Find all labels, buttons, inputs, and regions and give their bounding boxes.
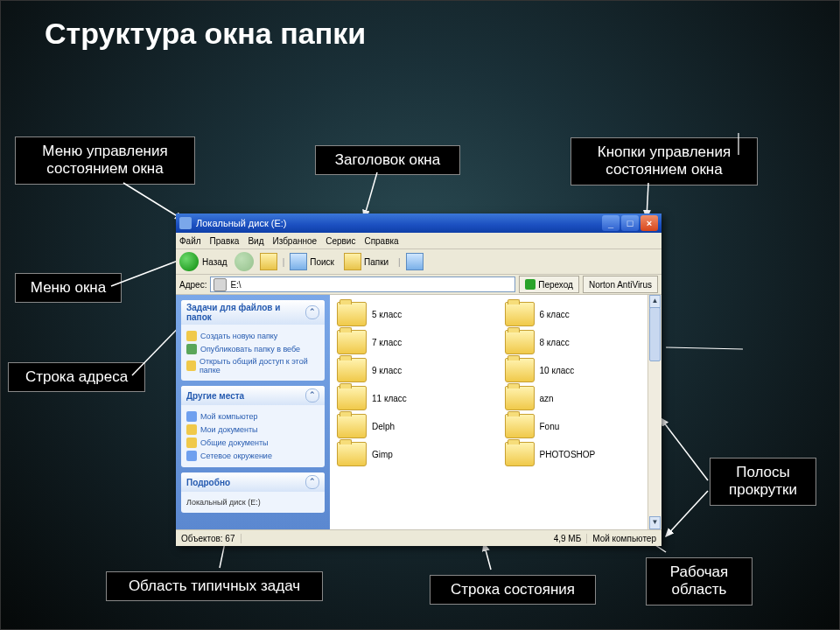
tasks-title: Задачи для файлов и папок	[186, 303, 305, 322]
folders-icon[interactable]	[344, 253, 361, 270]
folder-item[interactable]: 11 класс	[337, 386, 487, 410]
folder-item[interactable]: Fonu	[505, 414, 655, 438]
svg-line-1	[364, 172, 377, 218]
collapse-icon[interactable]: ⌃	[305, 388, 319, 402]
slide: Структура окна папки Меню управления сос…	[0, 0, 840, 630]
collapse-icon[interactable]: ⌃	[305, 305, 319, 319]
folder-icon	[505, 330, 535, 354]
details-text: Локальный диск (E:)	[186, 498, 319, 507]
address-field[interactable]: E:\	[210, 276, 515, 292]
folder-label: 9 класс	[372, 366, 402, 375]
callout-status: Строка состояния	[430, 575, 596, 605]
details-panel: Подробно⌃ Локальный диск (E:)	[181, 472, 325, 513]
folders-label[interactable]: Папки	[364, 257, 388, 267]
callout-wincontrols: Кнопки управления состоянием окна	[570, 137, 758, 186]
system-menu-icon[interactable]	[179, 217, 192, 229]
folder-item[interactable]: 7 класс	[337, 330, 487, 354]
folder-icon	[505, 302, 535, 326]
menu-bar: Файл Правка Вид Избранное Сервис Справка	[176, 233, 662, 249]
folder-icon	[505, 358, 535, 382]
forward-button[interactable]	[234, 252, 254, 271]
status-location: Мой компьютер	[592, 534, 656, 543]
search-label[interactable]: Поиск	[310, 257, 334, 267]
folder-item[interactable]: 9 класс	[337, 358, 487, 382]
window-titlebar[interactable]: Локальный диск (E:) _ □ ×	[176, 214, 662, 233]
back-label[interactable]: Назад	[202, 257, 228, 267]
address-bar: Адрес: E:\ Переход Norton AntiVirus	[176, 275, 662, 295]
folder-icon	[337, 414, 367, 438]
status-bar: Объектов: 67 4,9 МБ Мой компьютер	[176, 529, 662, 546]
norton-button[interactable]: Norton AntiVirus	[583, 276, 658, 293]
task-link[interactable]: Открыть общий доступ к этой папке	[186, 357, 319, 374]
folder-icon	[337, 330, 367, 354]
details-title: Подробно	[186, 478, 230, 487]
folder-item[interactable]: 10 класс	[505, 358, 655, 382]
menu-help[interactable]: Справка	[364, 236, 398, 246]
minimize-button[interactable]: _	[602, 215, 620, 231]
toolbar: Назад | Поиск Папки |	[176, 249, 662, 275]
status-size: 4,9 МБ	[554, 534, 588, 543]
place-link[interactable]: Мой компьютер	[186, 411, 319, 422]
menu-view[interactable]: Вид	[248, 236, 263, 246]
scroll-down-icon[interactable]: ▼	[649, 516, 661, 529]
views-button[interactable]	[406, 253, 424, 270]
go-button[interactable]: Переход	[519, 276, 579, 293]
places-panel: Другие места⌃ Мой компьютер Мои документ…	[181, 386, 325, 467]
search-icon[interactable]	[290, 253, 307, 270]
folder-icon	[505, 442, 535, 466]
menu-tools[interactable]: Сервис	[326, 236, 355, 246]
folder-item[interactable]: Gimp	[337, 442, 487, 466]
vertical-scrollbar[interactable]: ▲ ▼	[648, 295, 662, 529]
content-area[interactable]: 5 класс6 класс7 класс8 класс9 класс10 кл…	[330, 295, 662, 529]
svg-line-6	[661, 418, 708, 480]
folder-label: 8 класс	[540, 338, 570, 347]
folder-icon	[337, 442, 367, 466]
menu-favorites[interactable]: Избранное	[272, 236, 317, 246]
svg-line-8	[484, 543, 491, 570]
tasks-panel: Задачи для файлов и папок⌃ Создать новую…	[181, 300, 325, 381]
status-objects: Объектов: 67	[181, 534, 242, 543]
address-label: Адрес:	[179, 280, 206, 290]
place-link[interactable]: Мои документы	[186, 424, 319, 435]
task-link[interactable]: Создать новую папку	[186, 331, 319, 341]
explorer-window: Локальный диск (E:) _ □ × Файл Правка Ви…	[176, 214, 662, 546]
callout-workarea: Рабочая область	[646, 557, 752, 606]
place-link[interactable]: Сетевое окружение	[186, 451, 319, 461]
folder-label: 5 класс	[372, 310, 402, 319]
folder-item[interactable]: azn	[505, 386, 655, 410]
places-title: Другие места	[186, 391, 244, 401]
folder-label: 10 класс	[540, 366, 575, 375]
task-pane: Задачи для файлов и папок⌃ Создать новую…	[176, 295, 330, 529]
folder-item[interactable]: 8 класс	[505, 330, 655, 354]
address-value: E:\	[230, 280, 241, 290]
folder-item[interactable]: 6 класс	[505, 302, 655, 326]
collapse-icon[interactable]: ⌃	[305, 475, 319, 489]
task-link[interactable]: Опубликовать папку в вебе	[186, 344, 319, 354]
maximize-button[interactable]: □	[621, 215, 639, 231]
svg-line-12	[666, 347, 743, 349]
drive-icon	[214, 278, 227, 291]
up-button[interactable]	[260, 253, 277, 270]
folder-label: 7 класс	[372, 338, 402, 347]
window-title: Локальный диск (E:)	[196, 218, 287, 228]
folder-label: azn	[540, 394, 554, 403]
svg-line-7	[666, 491, 708, 536]
folder-item[interactable]: PHOTOSHOP	[505, 442, 655, 466]
folder-icon	[337, 386, 367, 410]
folder-label: Delph	[372, 422, 395, 431]
callout-sysmenu: Меню управления состоянием окна	[15, 136, 195, 185]
close-button[interactable]: ×	[640, 215, 658, 231]
scroll-up-icon[interactable]: ▲	[649, 295, 661, 308]
folder-item[interactable]: Delph	[337, 414, 487, 438]
callout-menubar: Меню окна	[15, 273, 122, 303]
folder-label: 11 класс	[372, 394, 407, 403]
menu-edit[interactable]: Правка	[210, 236, 240, 246]
folder-item[interactable]: 5 класс	[337, 302, 487, 326]
folder-icon	[505, 386, 535, 410]
go-icon	[525, 279, 536, 290]
back-button[interactable]	[179, 252, 199, 271]
folder-icon	[337, 358, 367, 382]
menu-file[interactable]: Файл	[179, 236, 201, 246]
place-link[interactable]: Общие документы	[186, 438, 319, 448]
scroll-thumb[interactable]	[649, 307, 661, 361]
